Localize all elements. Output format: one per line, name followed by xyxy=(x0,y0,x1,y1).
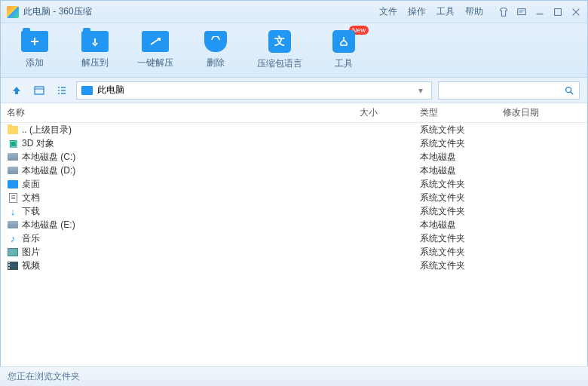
pic-icon xyxy=(7,247,19,257)
path-input[interactable] xyxy=(97,85,410,96)
search-icon[interactable] xyxy=(564,85,574,96)
titlebar: 此电脑 - 360压缩 文件 操作 工具 帮助 xyxy=(1,1,587,23)
navbar: ▾ xyxy=(1,78,587,103)
col-date[interactable]: 修改日期 xyxy=(503,106,587,119)
delete-button[interactable]: 删除 xyxy=(197,31,234,69)
svg-rect-3 xyxy=(35,87,44,94)
window-title: 此电脑 - 360压缩 xyxy=(23,5,92,18)
extract-to-button[interactable]: 解压到 xyxy=(76,31,114,69)
file-type: 系统文件夹 xyxy=(420,232,503,245)
add-button[interactable]: 添加 xyxy=(16,31,54,69)
maximize-icon[interactable] xyxy=(553,7,563,17)
delete-label: 删除 xyxy=(207,57,225,69)
extract-one-button[interactable]: 一键解压 xyxy=(136,31,174,69)
doc-icon xyxy=(7,192,19,203)
menu-bar: 文件 操作 工具 帮助 xyxy=(379,5,483,18)
menu-file[interactable]: 文件 xyxy=(379,5,397,18)
menu-operate[interactable]: 操作 xyxy=(408,5,426,18)
file-type: 本地磁盘 xyxy=(420,219,503,231)
list-item[interactable]: 本地磁盘 (E:)本地磁盘 xyxy=(1,218,587,231)
drive-icon xyxy=(7,152,19,162)
search-box[interactable] xyxy=(438,81,580,100)
menu-help[interactable]: 帮助 xyxy=(465,5,483,18)
file-name: 本地磁盘 (C:) xyxy=(22,151,360,164)
file-list: .. (上级目录)系统文件夹▣3D 对象系统文件夹本地磁盘 (C:)本地磁盘本地… xyxy=(1,123,587,363)
file-name: 本地磁盘 (E:) xyxy=(22,219,360,231)
desktop-icon xyxy=(7,179,19,189)
feedback-icon[interactable] xyxy=(516,7,527,17)
file-type: 系统文件夹 xyxy=(420,124,503,136)
vid-icon xyxy=(7,260,19,271)
list-item[interactable]: ♪音乐系统文件夹 xyxy=(1,231,587,245)
search-input[interactable] xyxy=(443,85,564,96)
drive-icon xyxy=(7,165,19,176)
list-item[interactable]: 文档系统文件夹 xyxy=(1,191,587,204)
extract-to-icon xyxy=(81,31,109,52)
path-box[interactable]: ▾ xyxy=(76,81,432,100)
file-type: 系统文件夹 xyxy=(420,246,503,259)
minimize-icon[interactable] xyxy=(534,7,545,17)
computer-icon xyxy=(81,86,93,95)
file-name: 音乐 xyxy=(22,232,360,245)
svg-rect-2 xyxy=(555,8,562,15)
list-item[interactable]: .. (上级目录)系统文件夹 xyxy=(1,123,587,136)
file-name: 3D 对象 xyxy=(22,137,360,150)
window-buttons xyxy=(498,7,581,17)
language-icon: 文 xyxy=(268,30,291,53)
extract-one-icon xyxy=(142,31,169,52)
file-type: 系统文件夹 xyxy=(420,191,503,204)
file-type: 本地磁盘 xyxy=(420,164,503,177)
file-type: 系统文件夹 xyxy=(420,205,503,218)
svg-point-5 xyxy=(566,87,571,92)
file-type: 系统文件夹 xyxy=(420,178,503,191)
tools-button[interactable]: New 工具 xyxy=(325,30,363,70)
column-headers: 名称 大小 类型 修改日期 xyxy=(1,103,587,123)
menu-tools[interactable]: 工具 xyxy=(436,5,455,18)
skin-icon[interactable] xyxy=(498,7,509,17)
list-item[interactable]: 桌面系统文件夹 xyxy=(1,177,587,191)
list-item[interactable]: ↓下载系统文件夹 xyxy=(1,204,587,218)
music-icon: ♪ xyxy=(7,233,19,244)
view-details-button[interactable] xyxy=(31,82,47,99)
delete-icon xyxy=(204,31,227,52)
status-bar: 您正在浏览文件夹 xyxy=(0,366,588,386)
3d-icon: ▣ xyxy=(7,138,19,149)
file-name: 下载 xyxy=(22,205,360,218)
file-name: 文档 xyxy=(22,191,360,204)
col-size[interactable]: 大小 xyxy=(360,106,420,119)
file-type: 系统文件夹 xyxy=(420,137,503,150)
file-name: 视频 xyxy=(22,259,360,272)
file-name: .. (上级目录) xyxy=(22,124,360,136)
col-type[interactable]: 类型 xyxy=(420,106,503,119)
file-name: 桌面 xyxy=(22,178,360,191)
dl-icon: ↓ xyxy=(7,206,19,216)
language-label: 压缩包语言 xyxy=(257,57,302,70)
up-button[interactable] xyxy=(8,82,25,99)
toolbar: 添加 解压到 一键解压 删除 文 压缩包语言 New 工具 xyxy=(1,23,587,78)
folder-icon xyxy=(7,124,19,135)
list-item[interactable]: 本地磁盘 (D:)本地磁盘 xyxy=(1,164,587,177)
extract-one-label: 一键解压 xyxy=(137,57,173,69)
add-label: 添加 xyxy=(26,57,44,69)
file-name: 本地磁盘 (D:) xyxy=(22,164,360,177)
add-icon xyxy=(21,31,48,52)
app-icon xyxy=(7,6,19,18)
status-text: 您正在浏览文件夹 xyxy=(8,370,80,383)
list-item[interactable]: ▣3D 对象系统文件夹 xyxy=(1,136,587,150)
close-icon[interactable] xyxy=(571,7,581,17)
language-button[interactable]: 文 压缩包语言 xyxy=(257,30,302,70)
tools-label: 工具 xyxy=(335,57,353,70)
path-dropdown-icon[interactable]: ▾ xyxy=(415,85,427,96)
file-name: 图片 xyxy=(22,246,360,259)
tools-icon xyxy=(332,30,355,53)
list-item[interactable]: 图片系统文件夹 xyxy=(1,245,587,259)
file-type: 系统文件夹 xyxy=(420,259,503,272)
list-item[interactable]: 本地磁盘 (C:)本地磁盘 xyxy=(1,150,587,164)
col-name[interactable]: 名称 xyxy=(7,106,360,119)
list-item[interactable]: 视频系统文件夹 xyxy=(1,259,587,272)
extract-to-label: 解压到 xyxy=(81,57,109,69)
view-list-button[interactable] xyxy=(54,82,70,99)
file-type: 本地磁盘 xyxy=(420,151,503,164)
svg-line-6 xyxy=(571,91,574,94)
drive-icon xyxy=(7,219,19,230)
